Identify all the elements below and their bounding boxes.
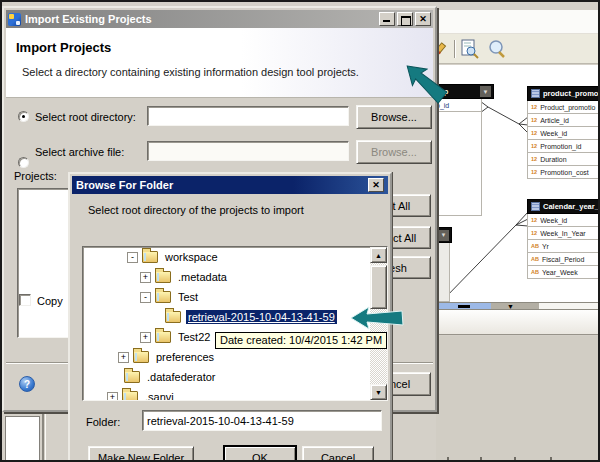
scroll-tab-gray[interactable]: ▼ xyxy=(491,302,539,310)
ruler-tick xyxy=(480,457,482,461)
scroll-up-icon[interactable]: ▲ xyxy=(370,247,387,263)
text-type-icon: AB xyxy=(531,243,539,249)
browse-root-button[interactable]: Browse... xyxy=(356,105,432,129)
search-document-icon[interactable] xyxy=(460,39,480,59)
ruler-tick xyxy=(447,457,449,461)
numeric-type-icon: 12 xyxy=(531,156,537,162)
import-dialog-title: Import Existing Projects xyxy=(25,13,152,25)
db-field-row[interactable]: 12Duration xyxy=(527,153,600,166)
numeric-type-icon: 12 xyxy=(531,104,537,110)
db-table-partial[interactable]: kup ▼ o_id xyxy=(432,84,494,216)
projects-label: Projects: xyxy=(14,170,57,182)
page-description: Select a directory containing existing i… xyxy=(22,66,359,78)
collapse-icon[interactable]: - xyxy=(140,292,151,303)
expand-icon[interactable]: + xyxy=(118,352,129,363)
db-field-row[interactable]: ABYr xyxy=(527,240,600,253)
minimize-icon[interactable] xyxy=(379,12,395,26)
db-field-row[interactable]: ABYear_Week xyxy=(527,266,600,279)
app-icon xyxy=(8,13,21,26)
expand-icon[interactable]: + xyxy=(107,392,118,402)
help-icon[interactable]: ? xyxy=(19,376,35,392)
db-table-partial-body xyxy=(432,112,482,216)
scroll-tab-blue[interactable] xyxy=(436,302,491,310)
folder-icon xyxy=(155,271,171,283)
folder-name-input[interactable]: retrieval-2015-10-04-13-41-59 xyxy=(142,410,382,431)
expand-icon[interactable]: + xyxy=(140,272,151,283)
expand-icon[interactable]: + xyxy=(140,332,151,343)
close-icon[interactable]: ✕ xyxy=(415,12,431,26)
db-field-row[interactable]: 12Week_id xyxy=(527,214,600,227)
tree-item-workspace[interactable]: - workspace xyxy=(83,247,387,267)
archive-file-radio[interactable] xyxy=(18,157,29,168)
copy-checkbox-label: Copy xyxy=(37,295,63,307)
folder-icon xyxy=(122,391,138,401)
scroll-down-icon[interactable]: ▼ xyxy=(370,384,387,400)
folder-field-label: Folder: xyxy=(86,416,120,428)
pencil-icon[interactable] xyxy=(436,41,450,57)
make-new-folder-button[interactable]: Make New Folder xyxy=(88,446,194,462)
numeric-type-icon: 12 xyxy=(531,117,537,123)
ok-button[interactable]: OK xyxy=(224,446,296,462)
db-table-product-promotions[interactable]: product_promot 12Product_promotio 12Arti… xyxy=(527,86,600,179)
db-field-row[interactable]: 12Product_promotio xyxy=(527,101,600,114)
bg-collapsed-panel xyxy=(436,310,600,335)
root-directory-radio[interactable] xyxy=(18,111,29,122)
tree-item-test[interactable]: - Test xyxy=(83,287,387,307)
tree-item-sanvi[interactable]: + .sanvi xyxy=(83,387,387,401)
bg-app-canvas: kup ▼ o_id ▼ product_promot 12Product_pr… xyxy=(436,65,600,302)
browse-dialog-title: Browse For Folder xyxy=(76,179,173,191)
archive-file-radio-label: Select archive file: xyxy=(35,146,124,158)
scroll-tab-white[interactable] xyxy=(539,302,600,310)
folder-icon xyxy=(142,251,158,263)
annotation-arrow-retrieval xyxy=(350,306,404,330)
folder-icon xyxy=(155,291,171,303)
folder-icon xyxy=(124,371,140,383)
date-created-tooltip: Date created: 10/4/2015 1:42 PM xyxy=(215,332,387,349)
bg-app-top-band xyxy=(436,10,600,34)
folder-tree[interactable]: - workspace + .metadata - Test retrieval… xyxy=(82,246,388,401)
table-grid-icon xyxy=(531,202,540,211)
numeric-type-icon: 12 xyxy=(531,230,537,236)
dropdown-arrow-icon[interactable]: ▼ xyxy=(480,86,491,97)
scrollbar-thumb[interactable] xyxy=(370,265,387,309)
close-icon[interactable]: ✕ xyxy=(368,178,384,192)
tree-item-datafederator[interactable]: .datafederator xyxy=(83,367,387,387)
db-field-row[interactable]: 12Promotion_id xyxy=(527,140,600,153)
text-type-icon: AB xyxy=(531,256,539,262)
collapse-icon[interactable]: - xyxy=(127,252,138,263)
folder-icon xyxy=(155,331,171,343)
scroll-thumb-dash xyxy=(458,305,470,308)
archive-file-input xyxy=(147,141,349,161)
db-table-title: product_promot xyxy=(543,89,600,98)
folder-icon xyxy=(133,351,149,363)
db-field-row[interactable]: 12Article_id xyxy=(527,114,600,127)
numeric-type-icon: 12 xyxy=(531,217,537,223)
tree-item-retrieval-selected[interactable]: retrieval-2015-10-04-13-41-59 xyxy=(83,307,387,327)
db-table-calendar-year[interactable]: Calendar_year_ 12Week_id 12Week_In_Year … xyxy=(527,199,600,279)
magnifier-icon[interactable] xyxy=(486,39,508,59)
bg-lower-panel xyxy=(436,336,600,462)
dropdown-arrow-icon[interactable]: ▼ xyxy=(438,230,449,241)
db-field-row[interactable]: 12Week_In_Year xyxy=(527,227,600,240)
db-field-row[interactable]: 12Promotion_cost xyxy=(527,166,600,179)
browse-archive-button: Browse... xyxy=(356,140,432,164)
copy-checkbox[interactable] xyxy=(19,294,31,306)
db-table-title: Calendar_year_ xyxy=(543,202,599,211)
db-field-row[interactable]: 12Week_id xyxy=(527,127,600,140)
root-directory-input[interactable] xyxy=(147,106,349,126)
dropdown-arrow-icon: ▼ xyxy=(507,303,514,310)
bg-left-panel-divider xyxy=(42,414,46,462)
maximize-icon[interactable] xyxy=(397,12,413,26)
table-grid-icon xyxy=(531,89,540,98)
db-field-row[interactable]: ABFiscal_Period xyxy=(527,253,600,266)
cancel-button[interactable]: Cancel xyxy=(302,446,374,462)
text-type-icon: AB xyxy=(531,269,539,275)
browse-dialog-instruction: Select root directory of the projects to… xyxy=(88,204,304,216)
browse-dialog-titlebar[interactable]: Browse For Folder ✕ xyxy=(72,176,388,194)
tree-item-metadata[interactable]: + .metadata xyxy=(83,267,387,287)
ruler-tick xyxy=(514,457,516,461)
numeric-type-icon: 12 xyxy=(531,169,537,175)
import-dialog-titlebar[interactable]: Import Existing Projects ✕ xyxy=(6,10,433,28)
tree-item-preferences[interactable]: + preferences xyxy=(83,347,387,367)
root-directory-radio-label: Select root directory: xyxy=(35,111,136,123)
